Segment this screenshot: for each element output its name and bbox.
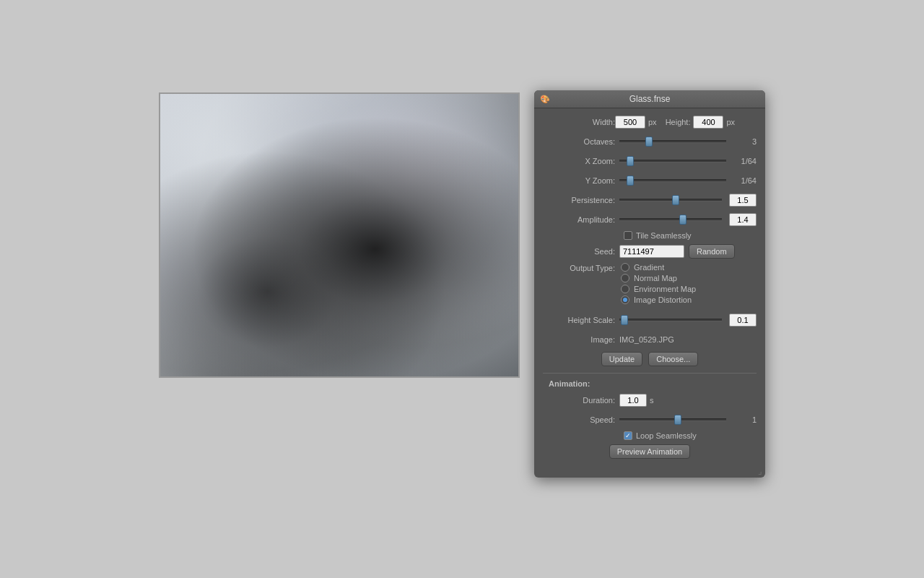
duration-row: Duration: s [543,392,757,408]
amplitude-slider-track [619,218,722,221]
yzoom-slider-container[interactable] [619,174,726,187]
speed-value: 1 [731,415,757,424]
persistence-slider-container[interactable] [619,194,722,207]
duration-input[interactable] [619,394,647,407]
height-scale-slider-thumb[interactable] [621,315,628,325]
resize-handle[interactable]: ⌟ [758,466,762,476]
height-scale-slider-container[interactable] [619,314,722,327]
radio-normal-map-label: Normal Map [634,274,677,282]
octaves-value: 3 [731,137,757,146]
xzoom-value: 1/64 [731,157,757,165]
speed-slider-track [619,418,726,421]
panel-icon: 🎨 [540,95,550,104]
output-type-label: Output Type: [543,263,615,272]
amplitude-row: Amplitude: [543,212,757,228]
octaves-slider-thumb[interactable] [645,137,653,147]
image-row: Image: IMG_0529.JPG [543,332,757,348]
height-scale-slider-track [619,319,722,322]
tile-seamlessly-label: Tile Seamlessly [636,231,692,240]
height-scale-input[interactable] [729,314,757,327]
yzoom-row: Y Zoom: 1/64 [543,173,757,189]
settings-panel: 🎨 Glass.fnse Width: px Height: px Octave… [534,90,765,478]
animation-section-title: Animation: [543,379,757,388]
persistence-label: Persistence: [543,196,615,204]
loop-seamlessly-checkbox[interactable] [624,431,632,440]
persistence-slider-track [619,199,722,202]
speed-label: Speed: [543,415,615,424]
preview-area [159,92,520,378]
speed-row: Speed: 1 [543,412,757,428]
loop-seamlessly-label: Loop Seamlessly [636,431,697,440]
radio-row-environment-map: Environment Map [621,285,696,293]
preview-image [160,94,518,376]
dimensions-row: Width: px Height: px [543,114,757,130]
width-input[interactable] [615,116,645,129]
choose-button[interactable]: Choose... [648,352,698,366]
xzoom-label: X Zoom: [543,157,615,165]
xzoom-slider-track [619,160,726,163]
octaves-slider-track [619,140,726,143]
radio-row-image-distortion: Image Distortion [621,296,696,304]
seed-label: Seed: [543,247,615,256]
seed-row: Seed: Random [543,243,757,259]
radio-environment-map[interactable] [621,285,629,293]
random-button[interactable]: Random [689,244,735,259]
persistence-input[interactable] [729,194,757,207]
xzoom-slider-container[interactable] [619,155,726,168]
height-input[interactable] [693,116,723,129]
height-scale-row: Height Scale: [543,312,757,328]
yzoom-label: Y Zoom: [543,176,615,185]
radio-normal-map[interactable] [621,274,629,282]
px2-label: px [726,118,735,126]
width-label: Width: [543,118,615,126]
duration-label: Duration: [543,396,615,405]
radio-gradient[interactable] [621,263,629,272]
seed-input[interactable] [619,245,684,258]
octaves-slider-container[interactable] [619,135,726,148]
radio-gradient-label: Gradient [634,263,664,272]
radio-row-gradient: Gradient [621,263,696,272]
px1-label: px [648,118,657,126]
tile-seamlessly-row: Tile Seamlessly [543,231,757,240]
yzoom-slider-thumb[interactable] [627,176,634,186]
octaves-label: Octaves: [543,137,615,146]
persistence-row: Persistence: [543,192,757,208]
speed-slider-container[interactable] [619,413,726,426]
image-label: Image: [543,335,615,344]
loop-seamlessly-row: Loop Seamlessly [543,431,757,440]
image-filename: IMG_0529.JPG [619,335,674,344]
tile-seamlessly-checkbox[interactable] [624,231,632,240]
panel-title: Glass.fnse [629,94,671,104]
xzoom-row: X Zoom: 1/64 [543,153,757,169]
xzoom-slider-thumb[interactable] [627,156,634,166]
octaves-row: Octaves: 3 [543,134,757,150]
duration-unit: s [650,396,654,405]
amplitude-input[interactable] [729,213,757,226]
output-type-group: Gradient Normal Map Environment Map Imag… [621,263,696,306]
amplitude-slider-thumb[interactable] [679,215,687,225]
preview-animation-row: Preview Animation [543,444,757,460]
panel-title-bar: 🎨 Glass.fnse [534,90,765,108]
radio-image-distortion[interactable] [621,296,629,304]
persistence-slider-thumb[interactable] [672,195,679,205]
radio-row-normal-map: Normal Map [621,274,696,282]
height-scale-label: Height Scale: [543,316,615,324]
amplitude-label: Amplitude: [543,215,615,224]
speed-slider-thumb[interactable] [674,415,681,425]
yzoom-value: 1/64 [731,176,757,185]
update-button[interactable]: Update [601,352,642,366]
radio-environment-map-label: Environment Map [634,285,696,293]
panel-body: Width: px Height: px Octaves: 3 X Zoom: [534,108,765,469]
update-choose-row: Update Choose... [543,351,757,367]
yzoom-slider-track [619,179,726,182]
preview-animation-button[interactable]: Preview Animation [609,444,691,459]
radio-image-distortion-label: Image Distortion [634,296,692,304]
height-label: Height: [666,118,691,126]
divider [543,373,757,374]
output-type-row: Output Type: Gradient Normal Map Environ… [543,263,757,306]
amplitude-slider-container[interactable] [619,213,722,226]
